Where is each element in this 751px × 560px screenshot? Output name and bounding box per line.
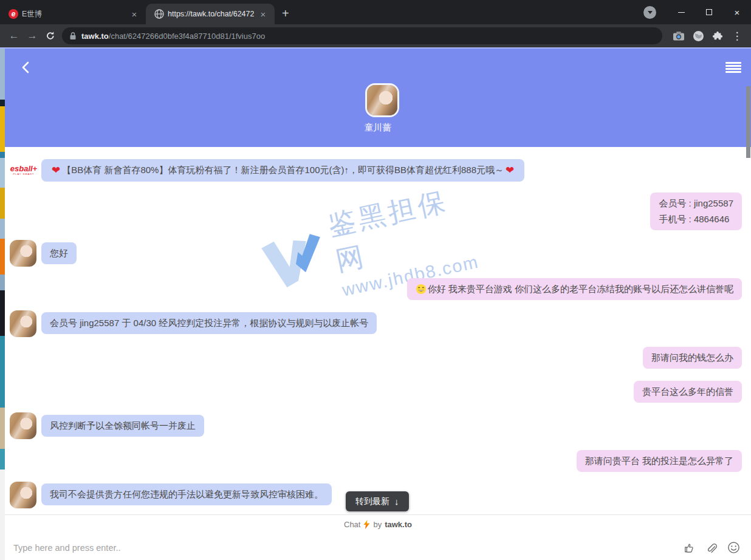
back-arrow-icon: ←	[9, 30, 19, 42]
chat-message-visitor: 那请问我的钱怎么办	[643, 347, 742, 369]
esball-logo-avatar: esball+ PLAY SMART	[10, 158, 38, 182]
chat-input-row	[5, 534, 751, 560]
agent-photo	[10, 482, 36, 508]
forward-arrow-icon: →	[27, 30, 38, 42]
page-scrollbar[interactable]	[746, 86, 750, 158]
esball-favicon-icon: e	[9, 9, 18, 19]
tawkto-branding[interactable]: Chat by tawk.to	[5, 514, 751, 534]
reload-icon	[45, 30, 56, 41]
message-text: 手机号 : 4864646	[659, 211, 733, 227]
heart-icon: ❤	[52, 165, 60, 176]
message-text: 那请问我的钱怎么办	[651, 352, 733, 363]
agent-photo	[10, 310, 36, 337]
address-bar[interactable]: tawk.to/chat/6247266d0bfe3f4a87710d81/1f…	[62, 27, 662, 44]
reload-button[interactable]	[41, 27, 60, 45]
screenshot-extension-button[interactable]	[670, 27, 688, 45]
message-text: 我司不会提供贵方任何您违规的手法以避免更新导致风控审核困难。	[50, 489, 323, 499]
maximize-button[interactable]	[695, 1, 723, 23]
minimize-icon	[678, 12, 685, 13]
maximize-icon	[706, 9, 712, 15]
url-host: tawk.to	[81, 32, 109, 41]
world-icon	[693, 30, 704, 42]
lightning-bolt-icon	[363, 520, 370, 529]
extension-globe-button[interactable]	[689, 27, 707, 45]
message-text: 会员号 : jing25587	[659, 196, 733, 211]
lock-icon	[69, 32, 77, 40]
chat-header: 童川蔷	[5, 49, 751, 147]
message-text: 那请问贵平台 我的投注是怎么异常了	[585, 456, 733, 466]
brand-by-label: by	[373, 520, 382, 529]
message-text: 【BB体育 新會首存80%】体育玩粉有福了！新注册会员首存100元(含)↑，即可…	[62, 165, 504, 175]
message-text: 会员号 jing25587 于 04/30 经风控判定投注异常，根据协议与规则与…	[50, 318, 368, 328]
tab-search-button[interactable]	[643, 6, 656, 19]
chat-message-visitor: 那请问贵平台 我的投注是怎么异常了	[577, 450, 742, 472]
browser-toolbar: ← → tawk.to/chat/6247266d0bfe3f4a87710d8…	[0, 24, 751, 47]
chat-message-input[interactable]	[12, 542, 682, 553]
back-button[interactable]: ←	[5, 27, 23, 45]
tab-close-icon[interactable]: ×	[129, 9, 140, 19]
tab-strip: e E世博 × https://tawk.to/chat/6247266d × …	[0, 0, 751, 24]
agent-avatar	[10, 482, 36, 508]
watermark-logo	[255, 220, 336, 305]
chat-message-agent: 会员号 jing25587 于 04/30 经风控判定投注异常，根据协议与规则与…	[41, 312, 377, 334]
browser-window: e E世博 × https://tawk.to/chat/6247266d × …	[0, 0, 751, 560]
thumbs-up-icon[interactable]	[682, 541, 695, 554]
agent-avatar	[10, 412, 36, 439]
heart-icon: ❤	[506, 165, 514, 176]
chat-message-agent: 我司不会提供贵方任何您违规的手法以避免更新导致风控审核困难。	[41, 483, 332, 505]
agent-photo	[367, 85, 397, 115]
three-dots-icon: ⋮	[732, 30, 742, 43]
grinning-emoji-icon	[416, 284, 427, 295]
message-text: 风控判断予以全馀额同帐号一并废止	[50, 420, 196, 431]
attachment-icon[interactable]	[705, 541, 718, 554]
brand-chat-label: Chat	[344, 520, 360, 529]
chat-message-agent: 您好	[41, 242, 77, 264]
scroll-button-label: 转到最新	[355, 496, 389, 507]
puzzle-icon	[712, 30, 723, 41]
minimize-button[interactable]	[667, 1, 695, 23]
chat-message-agent: 风控判断予以全馀额同帐号一并废止	[41, 415, 204, 437]
chat-message-banner: ❤【BB体育 新會首存80%】体育玩粉有福了！新注册会员首存100元(含)↑，即…	[41, 159, 524, 182]
tab-esball[interactable]: e E世博 ×	[0, 4, 146, 24]
tab-title: E世博	[22, 9, 125, 19]
esball-logo-tagline: PLAY SMART	[13, 172, 35, 176]
close-icon: ×	[735, 7, 740, 18]
chat-message-visitor: 你好 我来贵平台游戏 你们这么多的老平台冻结我的账号以后还怎么讲信誉呢	[407, 278, 742, 300]
chat-message-visitor: 会员号 : jing25587 手机号 : 4864646	[650, 193, 742, 230]
tab-close-icon[interactable]: ×	[258, 9, 269, 19]
new-tab-button[interactable]: +	[275, 7, 297, 24]
down-arrow-icon: ↓	[394, 496, 399, 507]
agent-avatar	[10, 310, 36, 337]
globe-favicon-icon	[154, 9, 164, 19]
scroll-to-latest-button[interactable]: 转到最新 ↓	[346, 491, 409, 511]
forward-button[interactable]: →	[23, 27, 41, 45]
esball-logo-text: esball+	[10, 165, 37, 172]
agent-photo	[10, 240, 36, 267]
camera-icon	[673, 31, 685, 41]
tab-title: https://tawk.to/chat/6247266d	[168, 10, 254, 18]
message-text: 贵平台这么多年的信誉	[642, 386, 733, 397]
back-chevron-icon[interactable]	[19, 61, 33, 74]
agent-photo	[10, 412, 36, 439]
tab-tawkto[interactable]: https://tawk.to/chat/6247266d ×	[146, 4, 275, 24]
chevron-down-icon	[648, 11, 653, 14]
agent-avatar	[365, 83, 399, 117]
extensions-button[interactable]	[708, 27, 727, 45]
close-button[interactable]: ×	[723, 1, 751, 23]
menu-hamburger-icon[interactable]	[725, 62, 741, 74]
agent-avatar	[10, 240, 36, 267]
message-text: 你好 我来贵平台游戏 你们这么多的老平台冻结我的账号以后还怎么讲信誉呢	[428, 284, 733, 294]
agent-name: 童川蔷	[5, 122, 751, 134]
background-page-strip	[0, 49, 5, 560]
brand-tawkto-label: tawk.to	[385, 520, 412, 529]
page-viewport: 童川蔷 鉴黑担保网 www.jhdb8.com esball+ PLAY SMA…	[0, 47, 751, 560]
message-text: 您好	[50, 248, 68, 258]
url-path: /chat/6247266d0bfe3f4a87710d81/1fvius7oo	[109, 32, 265, 41]
emoji-smiley-icon[interactable]	[727, 541, 740, 554]
browser-menu-button[interactable]: ⋮	[728, 27, 746, 45]
chat-message-visitor: 贵平台这么多年的信誉	[634, 381, 742, 403]
